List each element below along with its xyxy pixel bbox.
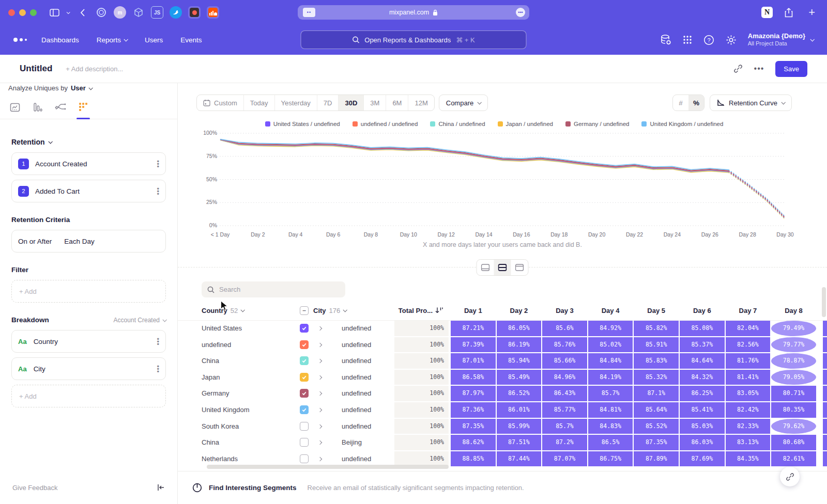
layout-split-toggle[interactable] — [494, 260, 511, 275]
retention-value-cell[interactable]: 83.05% — [726, 386, 771, 401]
retention-value-cell[interactable]: 85.08% — [680, 321, 725, 336]
day-column-header[interactable]: Day 8 — [771, 302, 817, 319]
address-more-icon[interactable]: ••• — [516, 8, 525, 17]
extension-bird-icon[interactable] — [170, 6, 182, 19]
range-yesterday[interactable]: Yesterday — [274, 95, 317, 111]
retention-value-cell[interactable]: 84.32% — [680, 370, 725, 385]
chevron-down-icon[interactable] — [67, 11, 69, 14]
retention-value-cell[interactable]: 87.97% — [451, 386, 496, 401]
retention-value-cell[interactable]: 82.61% — [771, 451, 816, 467]
kebab-menu-icon[interactable]: ••• — [157, 365, 159, 373]
extension-producthunt-icon[interactable] — [188, 6, 201, 19]
legend-item[interactable]: China / undefined — [430, 121, 485, 127]
report-title[interactable]: Untitled — [20, 64, 52, 74]
address-bar[interactable]: •• mixpanel.com ••• — [298, 5, 529, 20]
new-tab-icon[interactable]: + — [808, 6, 815, 19]
retention-value-cell[interactable]: 87.2% — [542, 435, 587, 450]
legend-item[interactable]: Germany / undefined — [565, 121, 629, 127]
global-search-button[interactable]: Open Reports & Dashboards ⌘ + K — [301, 30, 527, 49]
row-checkbox[interactable] — [300, 324, 309, 333]
legend-item[interactable]: undefined / undefined — [353, 121, 418, 127]
retention-value-cell[interactable]: 86.43% — [542, 386, 587, 401]
retention-section-header[interactable]: Retention — [11, 138, 166, 146]
nav-item-users[interactable]: Users — [145, 36, 163, 44]
percent-toggle[interactable]: % — [688, 95, 704, 111]
retention-value-cell[interactable]: 87.21% — [451, 321, 496, 336]
retention-value-cell[interactable]: 87.51% — [497, 435, 542, 450]
row-checkbox[interactable] — [300, 438, 309, 447]
retention-value-cell[interactable]: 85.76% — [542, 337, 587, 353]
criteria-each-day[interactable]: Each Day — [64, 238, 95, 245]
minimize-window-button[interactable] — [19, 9, 26, 16]
layout-chart-only-toggle[interactable] — [477, 260, 494, 275]
maximize-window-button[interactable] — [30, 9, 37, 16]
day-column-header[interactable]: Day 5 — [634, 302, 679, 319]
share-icon[interactable] — [785, 8, 793, 18]
breakdown-add-button[interactable]: + Add — [11, 385, 166, 407]
legend-item[interactable]: Japan / undefined — [498, 121, 553, 127]
retention-value-cell[interactable]: 86.03% — [680, 435, 725, 450]
kebab-menu-icon[interactable]: ••• — [157, 187, 159, 195]
retention-value-cell[interactable]: 85.6% — [542, 321, 587, 336]
retention-value-cell[interactable]: 82.42% — [726, 402, 771, 418]
retention-value-cell[interactable]: 84.81% — [588, 402, 633, 418]
tab-retention[interactable] — [76, 102, 90, 119]
retention-step-card[interactable]: 1Account Created••• — [11, 152, 166, 175]
copy-link-icon[interactable] — [733, 64, 743, 73]
retention-criteria-card[interactable]: On or After Each Day — [11, 230, 166, 253]
extension-avatar-icon[interactable]: m — [114, 6, 126, 19]
sort-icon[interactable] — [435, 307, 443, 314]
retention-value-cell[interactable]: 87.36% — [451, 402, 496, 418]
nav-item-reports[interactable]: Reports — [97, 36, 127, 44]
retention-value-cell[interactable]: 87.69% — [680, 451, 725, 467]
criteria-on-or-after[interactable]: On or After — [18, 238, 52, 245]
retention-value-cell[interactable]: 85.99% — [497, 419, 542, 434]
row-expander-icon[interactable] — [318, 408, 322, 412]
range-30d[interactable]: 30D — [338, 95, 363, 111]
retention-value-cell[interactable]: 85.7% — [542, 419, 587, 434]
row-checkbox[interactable] — [300, 422, 309, 431]
retention-value-cell[interactable]: 87.07% — [542, 451, 587, 467]
range-6m[interactable]: 6M — [386, 95, 408, 111]
retention-value-cell[interactable]: 85.94% — [497, 353, 542, 369]
analyze-value-dropdown[interactable]: User — [71, 84, 86, 92]
retention-value-cell[interactable]: 85.66% — [542, 353, 587, 369]
row-expander-icon[interactable] — [318, 342, 322, 346]
retention-value-cell[interactable]: 86.25% — [680, 386, 725, 401]
row-checkbox[interactable] — [300, 405, 309, 414]
retention-value-cell[interactable]: 87.44% — [497, 451, 542, 467]
help-icon[interactable]: ? — [703, 35, 714, 45]
retention-value-cell[interactable]: 79.77% — [771, 337, 816, 353]
layout-table-only-toggle[interactable] — [511, 260, 528, 275]
range-7d[interactable]: 7D — [317, 95, 339, 111]
retention-value-cell[interactable]: 85.82% — [634, 321, 679, 336]
data-management-icon[interactable] — [660, 34, 671, 45]
notion-extension-icon[interactable]: N — [761, 7, 773, 18]
row-expander-icon[interactable] — [318, 440, 322, 445]
retention-value-cell[interactable]: 87.35% — [451, 419, 496, 434]
retention-value-cell[interactable]: 82.56% — [726, 337, 771, 353]
retention-value-cell[interactable]: 85.37% — [680, 337, 725, 353]
browser-sidebar-icon[interactable] — [50, 9, 59, 17]
retention-value-cell[interactable]: 84.83% — [588, 419, 633, 434]
retention-value-cell[interactable]: 84.19% — [588, 370, 633, 385]
retention-value-cell[interactable]: 84.92% — [588, 321, 633, 336]
breakdown-event-dropdown[interactable]: Account Created — [114, 317, 166, 324]
nav-item-events[interactable]: Events — [180, 36, 202, 44]
retention-value-cell[interactable]: 85.41% — [680, 402, 725, 418]
retention-value-cell[interactable]: 85.83% — [634, 353, 679, 369]
retention-value-cell[interactable]: 85.02% — [588, 337, 633, 353]
retention-value-cell[interactable]: 86.01% — [497, 402, 542, 418]
nav-item-dashboards[interactable]: Dashboards — [41, 36, 79, 44]
extension-cube-icon[interactable] — [132, 6, 145, 19]
retention-value-cell[interactable]: 87.01% — [451, 353, 496, 369]
breakdown-card-country[interactable]: AaCountry••• — [11, 330, 166, 353]
window-controls[interactable] — [8, 9, 37, 16]
extension-soundcloud-icon[interactable] — [207, 6, 219, 19]
kebab-menu-icon[interactable]: ••• — [157, 160, 159, 168]
kebab-menu-icon[interactable]: ••• — [157, 338, 159, 345]
horizontal-scrollbar[interactable] — [207, 465, 449, 469]
day-column-header[interactable]: Day 2 — [496, 302, 542, 319]
retention-value-cell[interactable]: 82.33% — [726, 419, 771, 434]
row-expander-icon[interactable] — [318, 457, 322, 461]
